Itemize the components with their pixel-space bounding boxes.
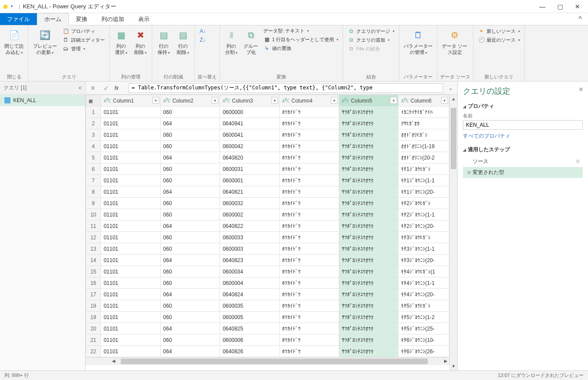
table-row[interactable]: 10011010600600002ﾎﾂｶｲﾄﾞｳｻﾂﾎﾟﾛｼﾁﾕｳｵｳｸｷﾀ2ｼ…: [86, 209, 449, 220]
cell[interactable]: 01101: [101, 163, 161, 175]
filter-icon[interactable]: ▾: [212, 97, 219, 104]
vertical-scrollbar[interactable]: ▲ ▼: [449, 95, 457, 370]
remove-rows-button[interactable]: ▤行の 削除: [174, 27, 192, 57]
horizontal-scrollbar[interactable]: ◀ ▶: [86, 357, 449, 365]
tab-file[interactable]: ファイル: [0, 13, 37, 25]
cell[interactable]: ｷﾀ3ｼﾞﾖｳﾆｼ(20-: [398, 255, 449, 266]
cell[interactable]: 0600032: [220, 198, 280, 209]
cell[interactable]: ﾎﾂｶｲﾄﾞｳ: [280, 312, 339, 323]
recent-sources-button[interactable]: 🕘最近のソース: [476, 36, 522, 44]
cell[interactable]: ｻﾂﾎﾟﾛｼﾁﾕｳｵｳｸ: [339, 346, 398, 357]
column-header[interactable]: ABCColumn6▾: [398, 95, 449, 107]
tab-addcolumn[interactable]: 列の追加: [94, 13, 131, 25]
cell[interactable]: 0600000: [220, 107, 280, 118]
row-number[interactable]: 8: [86, 186, 101, 198]
cell[interactable]: 0640826: [220, 346, 280, 357]
cell[interactable]: 0640825: [220, 323, 280, 334]
row-number[interactable]: 6: [86, 163, 101, 175]
group-by-button[interactable]: ⧉グルー プ化: [242, 27, 260, 57]
cell[interactable]: 060: [160, 232, 220, 243]
cell[interactable]: ｻﾂﾎﾟﾛｼﾁﾕｳｵｳｸ: [339, 277, 398, 289]
cell[interactable]: 0600002: [220, 209, 280, 220]
cell[interactable]: 01101: [101, 266, 161, 277]
row-number[interactable]: 14: [86, 255, 101, 266]
cell[interactable]: ﾎﾂｶｲﾄﾞｳ: [280, 107, 339, 118]
cell[interactable]: 0600042: [220, 141, 280, 152]
cell[interactable]: ﾎﾂｶｲﾄﾞｳ: [280, 277, 339, 289]
cancel-formula-icon[interactable]: ✕: [88, 85, 98, 92]
refresh-preview-button[interactable]: 🔄プレビュー の更新: [31, 27, 59, 57]
row-number[interactable]: 1: [86, 107, 101, 118]
row-number[interactable]: 20: [86, 323, 101, 334]
cell[interactable]: ｻﾂﾎﾟﾛｼﾁﾕｳｵｳｸ: [339, 141, 398, 152]
cell[interactable]: ｵｵﾄﾞｵﾘﾋｶﾞｼ: [398, 129, 449, 141]
cell[interactable]: ｷﾀ4ｼﾞﾖｳﾆｼ(20-: [398, 289, 449, 300]
table-row[interactable]: 4011010600600042ﾎﾂｶｲﾄﾞｳｻﾂﾎﾟﾛｼﾁﾕｳｵｳｸｵｵﾄﾞｵ…: [86, 141, 449, 152]
cell[interactable]: ｻﾂﾎﾟﾛｼﾁﾕｳｵｳｸ: [339, 220, 398, 232]
append-queries-button[interactable]: ⧉クエリの追加: [346, 36, 396, 44]
cell[interactable]: 060: [160, 198, 220, 209]
row-number[interactable]: 11: [86, 220, 101, 232]
table-row[interactable]: 2011010640640941ﾎﾂｶｲﾄﾞｳｻﾂﾎﾟﾛｼﾁﾕｳｵｳｸｱｻﾋｶﾞ…: [86, 118, 449, 129]
cell[interactable]: 064: [160, 186, 220, 198]
gear-icon[interactable]: ⚙: [576, 159, 580, 164]
column-header[interactable]: ABCColumn4▾: [280, 95, 339, 107]
cell[interactable]: 060: [160, 209, 220, 220]
properties-section-header[interactable]: プロパティ: [463, 103, 583, 110]
cell[interactable]: 01101: [101, 346, 161, 357]
cell[interactable]: 060: [160, 300, 220, 312]
properties-button[interactable]: 📋プロパティ: [61, 27, 107, 35]
step-delete-icon[interactable]: ✕: [466, 170, 473, 176]
cell[interactable]: 01101: [101, 232, 161, 243]
choose-columns-button[interactable]: ▦列の 選択: [112, 27, 130, 57]
cell[interactable]: 01101: [101, 243, 161, 255]
cell[interactable]: 01101: [101, 255, 161, 266]
row-number[interactable]: 2: [86, 118, 101, 129]
cell[interactable]: 0600004: [220, 277, 280, 289]
cell[interactable]: ｷﾀ4ｼﾞﾖｳﾆｼ(1-1: [398, 277, 449, 289]
cell[interactable]: 01101: [101, 152, 161, 163]
cell[interactable]: ｷﾀ5ｼﾞﾖｳﾆｼ(25-: [398, 323, 449, 334]
cell[interactable]: 064: [160, 220, 220, 232]
cell[interactable]: ｷﾀ5ｼﾞﾖｳﾋｶﾞｼ: [398, 300, 449, 312]
table-row[interactable]: 11011010640640822ﾎﾂｶｲﾄﾞｳｻﾂﾎﾟﾛｼﾁﾕｳｵｳｸｷﾀ2ｼ…: [86, 220, 449, 232]
cell[interactable]: ｷﾀ6ｼﾞﾖｳﾆｼ(26-: [398, 346, 449, 357]
cell[interactable]: 064: [160, 289, 220, 300]
cell[interactable]: 0640820: [220, 152, 280, 163]
cell[interactable]: ｻﾂﾎﾟﾛｼﾁﾕｳｵｳｸ: [339, 334, 398, 346]
cell[interactable]: 01101: [101, 186, 161, 198]
cell[interactable]: ｷﾀ2ｼﾞﾖｳﾆｼ(1-1: [398, 209, 449, 220]
row-number[interactable]: 10: [86, 209, 101, 220]
replace-values-button[interactable]: ↳値の置換: [262, 44, 340, 52]
keep-rows-button[interactable]: ▤行の 保持: [155, 27, 172, 57]
row-number[interactable]: 22: [86, 346, 101, 357]
row-number[interactable]: 4: [86, 141, 101, 152]
column-header[interactable]: ABCColumn1▾: [101, 95, 161, 107]
filter-icon[interactable]: ▾: [152, 97, 159, 104]
cell[interactable]: 064: [160, 346, 220, 357]
manage-parameters-button[interactable]: 🗒パラメーター の管理: [402, 27, 434, 57]
filter-icon[interactable]: ▾: [390, 97, 397, 104]
close-button[interactable]: ✕: [573, 3, 582, 10]
filter-icon[interactable]: ▾: [331, 97, 338, 104]
cell[interactable]: 01101: [101, 209, 161, 220]
cell[interactable]: 01101: [101, 175, 161, 186]
scroll-up-icon[interactable]: ▲: [450, 96, 457, 101]
cell[interactable]: ｲｶﾆｹｲｻｲｶﾞﾅｲﾊ: [398, 107, 449, 118]
cell[interactable]: ﾎﾂｶｲﾄﾞｳ: [280, 198, 339, 209]
row-number[interactable]: 13: [86, 243, 101, 255]
cell[interactable]: ﾎﾂｶｲﾄﾞｳ: [280, 243, 339, 255]
cell[interactable]: ｻﾂﾎﾟﾛｼﾁﾕｳｵｳｸ: [339, 175, 398, 186]
remove-columns-button[interactable]: ✖列の 削除: [132, 27, 149, 57]
table-row[interactable]: 7011010600600001ﾎﾂｶｲﾄﾞｳｻﾂﾎﾟﾛｼﾁﾕｳｵｳｸｷﾀ1ｼﾞ…: [86, 175, 449, 186]
cell[interactable]: ﾎﾂｶｲﾄﾞｳ: [280, 255, 339, 266]
cell[interactable]: 060: [160, 334, 220, 346]
cell[interactable]: ｷﾀ1ｼﾞﾖｳﾆｼ(1-1: [398, 175, 449, 186]
cell[interactable]: 064: [160, 118, 220, 129]
cell[interactable]: ｵｵﾄﾞｵﾘﾆｼ(20-2: [398, 152, 449, 163]
cell[interactable]: ﾎﾂｶｲﾄﾞｳ: [280, 118, 339, 129]
cell[interactable]: 01101: [101, 312, 161, 323]
cell[interactable]: 01101: [101, 323, 161, 334]
cell[interactable]: 060: [160, 175, 220, 186]
cell[interactable]: ｷﾀ3ｼﾞﾖｳﾋｶﾞｼ: [398, 232, 449, 243]
